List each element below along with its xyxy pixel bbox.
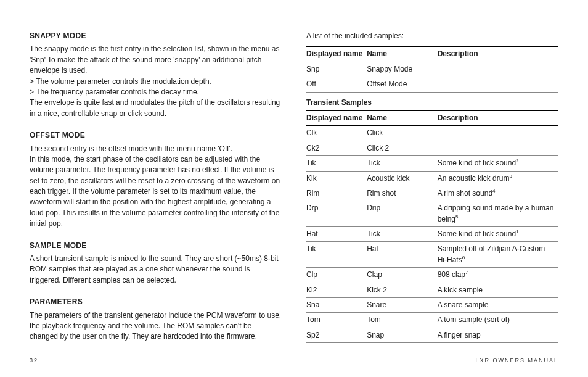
cell-description: A dripping sound made by a human being5	[438, 201, 558, 227]
col-header: Displayed name	[306, 110, 367, 125]
footnote-ref: 5	[455, 214, 458, 220]
samples-table: Displayed name Name Description ClkClick…	[306, 110, 558, 343]
cell-name: Snappy Mode	[367, 62, 438, 77]
section: SAMPLE MODEA short transient sample is m…	[30, 241, 282, 286]
section: OFFSET MODEThe second entry is the offse…	[30, 130, 282, 230]
section-paragraph: A short transient sample is mixed to the…	[30, 254, 282, 286]
cell-description	[438, 62, 558, 77]
footnote-ref: 1	[516, 229, 518, 234]
col-header: Displayed name	[306, 47, 367, 62]
cell-displayed-name: Snp	[306, 62, 367, 77]
table-row: DrpDripA dripping sound made by a human …	[306, 201, 558, 227]
cell-displayed-name: Tik	[306, 242, 367, 268]
cell-displayed-name: Tom	[306, 313, 367, 328]
cell-name: Drip	[367, 201, 438, 227]
table-row: TomTomA tom sample (sort of)	[306, 313, 558, 328]
table-row: SnaSnareA snare sample	[306, 298, 558, 313]
cell-name: Hat	[367, 242, 438, 268]
footnote-ref: 2	[516, 158, 518, 164]
mode-table: Displayed name Name Description SnpSnapp…	[306, 46, 558, 92]
section: SNAPPY MODEThe snappy mode is the first …	[30, 31, 282, 119]
content-columns: SNAPPY MODEThe snappy mode is the first …	[30, 31, 558, 347]
cell-name: Snare	[367, 298, 438, 313]
cell-name: Click 2	[367, 141, 438, 155]
footer-title: LXR OWNERS MANUAL	[475, 357, 558, 365]
table-row: Ki2Kick 2A kick sample	[306, 283, 558, 297]
table-row: SnpSnappy Mode	[306, 62, 558, 77]
cell-description: Sampled off of Zildjian A-Custom Hi-Hats…	[438, 242, 558, 268]
table-row: RimRim shotA rim shot sound4	[306, 186, 558, 201]
cell-description: A finger snap	[438, 328, 558, 342]
footnote-ref: 6	[462, 255, 465, 260]
cell-displayed-name: Tik	[306, 156, 367, 171]
cell-displayed-name: Hat	[306, 227, 367, 242]
section-heading: SNAPPY MODE	[30, 31, 282, 41]
section-heading: SAMPLE MODE	[30, 241, 282, 251]
col-header: Name	[367, 47, 438, 62]
cell-description: An acoustic kick drum3	[438, 171, 558, 186]
cell-description	[438, 77, 558, 92]
cell-displayed-name: Drp	[306, 201, 367, 227]
right-column: A list of the included samples: Displaye…	[306, 31, 558, 347]
table-row: TikHatSampled off of Zildjian A-Custom H…	[306, 242, 558, 268]
cell-description	[438, 141, 558, 155]
cell-displayed-name: Off	[306, 77, 367, 92]
cell-description: A snare sample	[438, 298, 558, 313]
footnote-ref: 4	[492, 188, 495, 194]
page-number: 32	[30, 357, 38, 365]
cell-description: A kick sample	[438, 283, 558, 297]
section-paragraph: The snappy mode is the first entry in th…	[30, 44, 282, 76]
col-header: Description	[438, 47, 558, 62]
section-heading: PARAMETERS	[30, 297, 282, 307]
cell-name: Click	[367, 126, 438, 141]
table-row: OffOffset Mode	[306, 77, 558, 92]
cell-name: Kick 2	[367, 283, 438, 297]
cell-name: Snap	[367, 328, 438, 342]
cell-displayed-name: Ck2	[306, 141, 367, 155]
table-row: TikTickSome kind of tick sound2	[306, 156, 558, 171]
table-row: KikAcoustic kickAn acoustic kick drum3	[306, 171, 558, 186]
col-header: Description	[438, 110, 558, 125]
cell-description: 808 clap7	[438, 268, 558, 283]
cell-name: Tom	[367, 313, 438, 328]
section-paragraph: > The frequency parameter controls the d…	[30, 87, 282, 97]
cell-displayed-name: Clp	[306, 268, 367, 283]
cell-description	[438, 126, 558, 141]
section-paragraph: The envelope is quite fast and modulates…	[30, 97, 282, 119]
cell-displayed-name: Ki2	[306, 283, 367, 297]
section-paragraph: The second entry is the offset mode with…	[30, 144, 282, 154]
cell-name: Clap	[367, 268, 438, 283]
table-row: ClpClap808 clap7	[306, 268, 558, 283]
cell-name: Tick	[367, 227, 438, 242]
cell-name: Rim shot	[367, 186, 438, 201]
section: PARAMETERSThe parameters of the transien…	[30, 297, 282, 342]
transient-samples-heading: Transient Samples	[306, 97, 558, 108]
cell-description: Some kind of tick sound2	[438, 156, 558, 171]
page: SNAPPY MODEThe snappy mode is the first …	[0, 0, 588, 377]
cell-description: A rim shot sound4	[438, 186, 558, 201]
cell-displayed-name: Sna	[306, 298, 367, 313]
cell-displayed-name: Clk	[306, 126, 367, 141]
page-footer: 32 LXR OWNERS MANUAL	[30, 350, 558, 365]
section-paragraph: In this mode, the start phase of the osc…	[30, 154, 282, 230]
cell-description: Some kind of tick sound1	[438, 227, 558, 242]
cell-name: Acoustic kick	[367, 171, 438, 186]
footnote-ref: 3	[509, 173, 512, 179]
section-paragraph: > The volume parameter controls the modu…	[30, 77, 282, 87]
samples-intro: A list of the included samples:	[306, 31, 558, 41]
table-row: ClkClick	[306, 126, 558, 141]
table-row: HatTickSome kind of tick sound1	[306, 227, 558, 242]
cell-name: Offset Mode	[367, 77, 438, 92]
footnote-ref: 7	[465, 270, 468, 275]
section-heading: OFFSET MODE	[30, 130, 282, 141]
cell-description: A tom sample (sort of)	[438, 313, 558, 328]
table-row: Sp2SnapA finger snap	[306, 328, 558, 342]
cell-displayed-name: Sp2	[306, 328, 367, 342]
cell-displayed-name: Kik	[306, 171, 367, 186]
cell-name: Tick	[367, 156, 438, 171]
table-row: Ck2Click 2	[306, 141, 558, 155]
left-column: SNAPPY MODEThe snappy mode is the first …	[30, 31, 282, 347]
section-paragraph: The parameters of the transient generato…	[30, 310, 282, 342]
col-header: Name	[367, 110, 438, 125]
cell-displayed-name: Rim	[306, 186, 367, 201]
